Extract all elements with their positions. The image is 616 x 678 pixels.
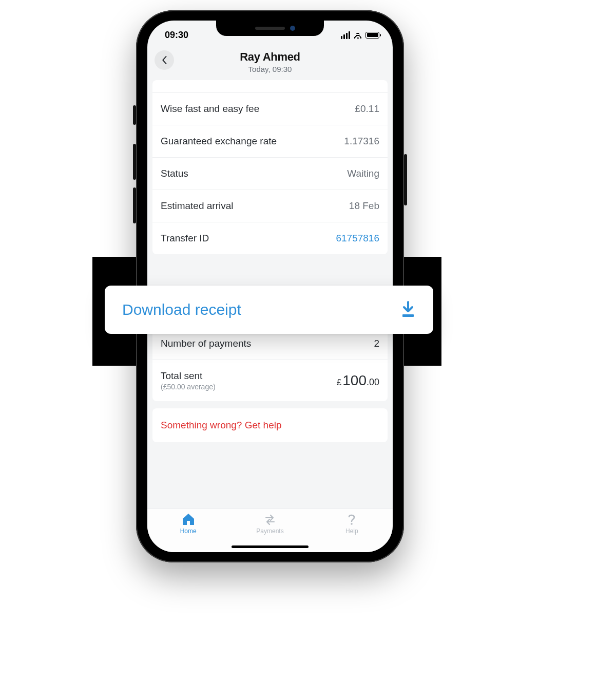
transfer-details-card: Wise fast and easy fee £0.11 Guaranteed … bbox=[152, 80, 388, 254]
previous-row-peek bbox=[152, 80, 388, 92]
tab-payments[interactable]: Payments bbox=[244, 513, 296, 535]
eta-label: Estimated arrival bbox=[161, 200, 234, 212]
help-icon bbox=[344, 513, 359, 526]
page-subtitle: Today, 09:30 bbox=[240, 65, 300, 73]
currency-symbol: £ bbox=[337, 378, 341, 388]
volume-down-button bbox=[133, 187, 136, 223]
front-camera bbox=[290, 26, 295, 31]
svg-point-0 bbox=[351, 523, 353, 525]
chevron-left-icon bbox=[161, 56, 167, 64]
eta-value: 18 Feb bbox=[349, 200, 379, 212]
cellular-icon bbox=[341, 31, 350, 39]
detail-row-status: Status Waiting bbox=[152, 157, 388, 190]
status-label: Status bbox=[161, 168, 188, 179]
transfer-id-value[interactable]: 61757816 bbox=[336, 233, 379, 244]
transfer-icon bbox=[263, 513, 277, 526]
wifi-icon bbox=[353, 31, 362, 39]
transfer-id-label: Transfer ID bbox=[161, 233, 209, 244]
notch bbox=[216, 21, 324, 36]
history-total-value: £ 100 .00 bbox=[337, 372, 379, 389]
download-receipt-label: Download receipt bbox=[122, 301, 241, 318]
get-help-button[interactable]: Something wrong? Get help bbox=[152, 408, 388, 442]
home-indicator[interactable] bbox=[232, 545, 309, 548]
history-count-label: Number of payments bbox=[161, 338, 251, 349]
tab-home-label: Home bbox=[180, 528, 197, 535]
download-icon bbox=[400, 301, 416, 318]
mute-switch bbox=[133, 105, 136, 125]
fee-label: Wise fast and easy fee bbox=[161, 103, 259, 115]
history-total-subtext: (£50.00 average) bbox=[161, 383, 216, 391]
amount-dec: .00 bbox=[367, 377, 379, 388]
back-button[interactable] bbox=[155, 50, 174, 70]
rate-value: 1.17316 bbox=[344, 136, 379, 147]
rate-label: Guaranteed exchange rate bbox=[161, 136, 277, 147]
page-title: Ray Ahmed bbox=[240, 50, 300, 64]
amount-int: 100 bbox=[342, 372, 367, 389]
tab-help[interactable]: Help bbox=[326, 513, 377, 535]
speaker-grille bbox=[255, 27, 285, 30]
status-icons bbox=[341, 31, 379, 39]
detail-row-transfer-id[interactable]: Transfer ID 61757816 bbox=[152, 222, 388, 254]
home-icon bbox=[181, 513, 196, 526]
detail-row-eta: Estimated arrival 18 Feb bbox=[152, 190, 388, 222]
svg-rect-1 bbox=[402, 314, 414, 317]
power-button bbox=[404, 154, 407, 205]
status-value: Waiting bbox=[347, 168, 379, 179]
detail-row-fee: Wise fast and easy fee £0.11 bbox=[152, 92, 388, 125]
tab-help-label: Help bbox=[345, 528, 358, 535]
history-count-value: 2 bbox=[374, 338, 379, 349]
nav-header: Ray Ahmed Today, 09:30 bbox=[147, 45, 393, 81]
tab-payments-label: Payments bbox=[256, 528, 283, 535]
download-receipt-button[interactable]: Download receipt bbox=[105, 286, 433, 334]
get-help-label: Something wrong? Get help bbox=[161, 420, 282, 430]
history-total-row: Total sent (£50.00 average) £ 100 .00 bbox=[152, 360, 388, 401]
history-card: Number of payments 2 Total sent (£50.00 … bbox=[152, 328, 388, 401]
history-total-label: Total sent bbox=[161, 370, 216, 382]
detail-row-rate: Guaranteed exchange rate 1.17316 bbox=[152, 125, 388, 157]
tab-home[interactable]: Home bbox=[163, 513, 214, 535]
fee-value: £0.11 bbox=[355, 103, 379, 115]
status-time: 09:30 bbox=[165, 30, 188, 41]
volume-up-button bbox=[133, 144, 136, 180]
battery-icon bbox=[365, 32, 379, 39]
